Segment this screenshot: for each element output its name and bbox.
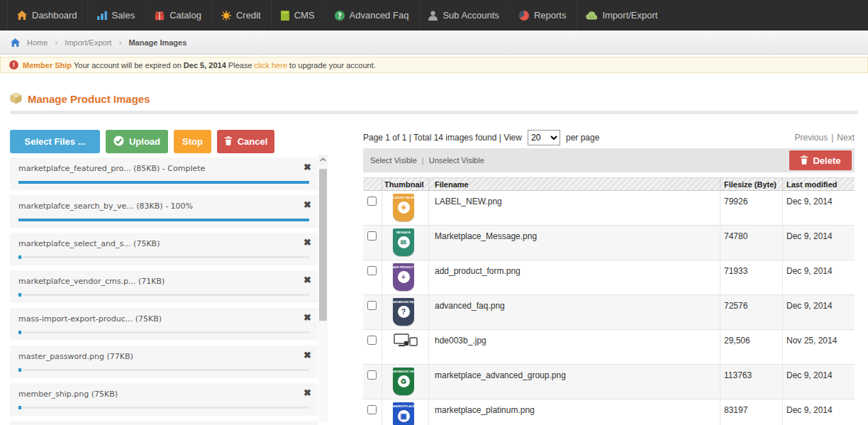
nav-item-credit[interactable]: Credit xyxy=(211,0,271,31)
filesize-cell: 113763 xyxy=(720,365,782,399)
table-toolbar: Select Visible | Unselect Visible Delete xyxy=(363,148,855,172)
progress-bar xyxy=(18,294,309,296)
upload-panel: Select Files ... Upload Stop Cancel mark… xyxy=(10,130,318,425)
file-item: member_ship.png (75KB)✖ xyxy=(10,383,318,416)
bar-chart-icon xyxy=(97,11,107,20)
upgrade-link[interactable]: click here xyxy=(255,61,287,70)
images-table: Thumbnail Filename Filesize (Byte) Last … xyxy=(363,177,855,425)
header-checkbox-column xyxy=(363,178,382,190)
nav-item-sales[interactable]: Sales xyxy=(87,0,145,31)
check-circle-icon xyxy=(113,136,124,148)
main-content: Select Files ... Upload Stop Cancel mark… xyxy=(0,114,868,422)
close-icon[interactable]: ✖ xyxy=(304,388,311,397)
scroll-up-icon[interactable] xyxy=(318,155,328,165)
file-item: master_password.png (77KB)✖ xyxy=(10,346,318,378)
thumbnail-image: MESSAGE✉ xyxy=(393,228,414,256)
alert-date: Dec 5, 2014 xyxy=(184,61,226,70)
nav-label: Reports xyxy=(534,10,567,21)
close-icon[interactable]: ✖ xyxy=(304,313,311,322)
header-modified: Last modified xyxy=(782,178,855,190)
file-label: mass-import-export-produc... (75KB) xyxy=(10,308,318,324)
breadcrumb-current: Manage Images xyxy=(128,38,187,47)
filename-cell: LABEL_NEW.png xyxy=(428,191,720,225)
thumbnail-image: ADVANCED FAQ? xyxy=(393,298,414,326)
nav-item-advancedfaq[interactable]: ?Advanced Faq xyxy=(325,0,419,31)
nav-item-catalog[interactable]: Catalog xyxy=(145,0,211,31)
images-table-body: LUXURY VACATION☀LABEL_NEW.png79926Dec 9,… xyxy=(363,191,855,425)
upload-file-list: marketplafce_featured_pro... (85KB) - Co… xyxy=(10,158,318,425)
row-checkbox[interactable] xyxy=(367,301,377,310)
upload-button[interactable]: Upload xyxy=(106,130,168,153)
upload-button-row: Select Files ... Upload Stop Cancel xyxy=(10,130,318,153)
modified-cell: Dec 9, 2014 xyxy=(782,295,855,329)
nav-item-importexport[interactable]: Import/Export xyxy=(576,0,667,31)
thumbnail-image: ADD PRODUCT FORM+ xyxy=(393,263,414,291)
table-row: ADVANCED FAQ?advanced_faq.png72576Dec 9,… xyxy=(363,295,855,330)
nav-item-subaccounts[interactable]: Sub Accounts xyxy=(418,0,509,31)
select-visible-link[interactable]: Select Visible xyxy=(370,156,417,165)
unselect-visible-link[interactable]: Unselect Visible xyxy=(429,156,484,165)
close-icon[interactable]: ✖ xyxy=(304,162,311,172)
file-label: master_password.png (77KB) xyxy=(10,346,318,361)
nav-item-dashboard[interactable]: Dashboard xyxy=(7,0,87,31)
gift-icon xyxy=(155,11,165,21)
table-row: MESSAGE✉Marketplace_Message.png74780Dec … xyxy=(363,226,855,260)
nav-label: Catalog xyxy=(169,10,201,21)
alert-icon: ! xyxy=(9,60,18,70)
file-label: marketplafce_search_by_ve... (83KB) - 10… xyxy=(10,195,318,211)
progress-bar xyxy=(18,219,309,221)
table-row: hde003b_.jpg29,506Nov 25, 2014 xyxy=(363,330,855,365)
row-checkbox[interactable] xyxy=(367,266,377,275)
header-filename: Filename xyxy=(428,178,720,190)
file-item: marketplafce_select_and_s... (75KB)✖ xyxy=(10,233,318,265)
breadcrumb: Home › Import/Export › Manage Images xyxy=(0,31,868,55)
row-checkbox[interactable] xyxy=(367,405,377,414)
cancel-button[interactable]: Cancel xyxy=(217,130,274,153)
table-row: ADD PRODUCT FORM+add_product_form.png719… xyxy=(363,260,855,295)
file-item: marketplafce_featured_pro... (85KB) - Co… xyxy=(10,158,318,190)
close-icon[interactable]: ✖ xyxy=(304,351,311,360)
pagination-info: Page 1 of 1 | Total 14 images found | Vi… xyxy=(363,133,522,143)
previous-link[interactable]: Previous xyxy=(795,133,828,143)
trash-icon xyxy=(224,136,233,148)
delete-button[interactable]: Delete xyxy=(789,150,852,170)
breadcrumb-home[interactable]: Home xyxy=(27,38,48,47)
alert-text: Please xyxy=(228,61,252,70)
row-checkbox[interactable] xyxy=(367,336,377,345)
nav-label: Import/Export xyxy=(602,10,657,21)
next-link[interactable]: Next xyxy=(837,133,855,143)
filesize-cell: 83197 xyxy=(720,399,782,425)
row-checkbox[interactable] xyxy=(367,370,377,380)
table-row: LUXURY VACATION☀LABEL_NEW.png79926Dec 9,… xyxy=(363,191,855,226)
nav-label: Credit xyxy=(236,10,261,21)
scrollbar-thumb[interactable] xyxy=(319,169,327,321)
stop-button[interactable]: Stop xyxy=(174,130,211,153)
page-title: Manage Product Images xyxy=(10,92,868,106)
nav-item-reports[interactable]: Reports xyxy=(509,0,577,31)
file-item: marketplafce_vendor_cms.p... (71KB)✖ xyxy=(10,270,318,303)
close-icon[interactable]: ✖ xyxy=(304,200,311,209)
progress-bar xyxy=(18,331,309,333)
close-icon[interactable]: ✖ xyxy=(304,238,311,247)
per-page-select[interactable]: 20 xyxy=(528,130,560,145)
pagination-row: Page 1 of 1 | Total 14 images found | Vi… xyxy=(363,130,855,145)
pagination-suffix: per page xyxy=(566,133,599,143)
row-checkbox[interactable] xyxy=(367,231,377,241)
toolbar-separator: | xyxy=(422,156,424,165)
breadcrumb-section[interactable]: Import/Export xyxy=(65,38,111,47)
thumbnail-image: LUXURY VACATION☀ xyxy=(393,194,414,221)
file-label: marketplafce_vendor_cms.p... (71KB) xyxy=(10,270,318,286)
select-files-button[interactable]: Select Files ... xyxy=(10,130,100,153)
filesize-cell: 79926 xyxy=(720,191,782,225)
nav-label: Advanced Faq xyxy=(350,10,409,21)
modified-cell: Dec 9, 2014 xyxy=(782,191,855,225)
question-circle-icon: ? xyxy=(335,11,345,21)
chevron-right-icon: › xyxy=(118,38,121,48)
nav-item-cms[interactable]: CMS xyxy=(271,0,325,31)
pager-links: Previous | Next xyxy=(795,133,855,143)
alert-title: Member Ship xyxy=(23,61,72,70)
row-checkbox[interactable] xyxy=(367,197,377,206)
table-row: MARKETPLACE▣marketplace_platinum.png8319… xyxy=(363,399,855,425)
nav-label: CMS xyxy=(294,10,315,21)
close-icon[interactable]: ✖ xyxy=(304,275,311,285)
